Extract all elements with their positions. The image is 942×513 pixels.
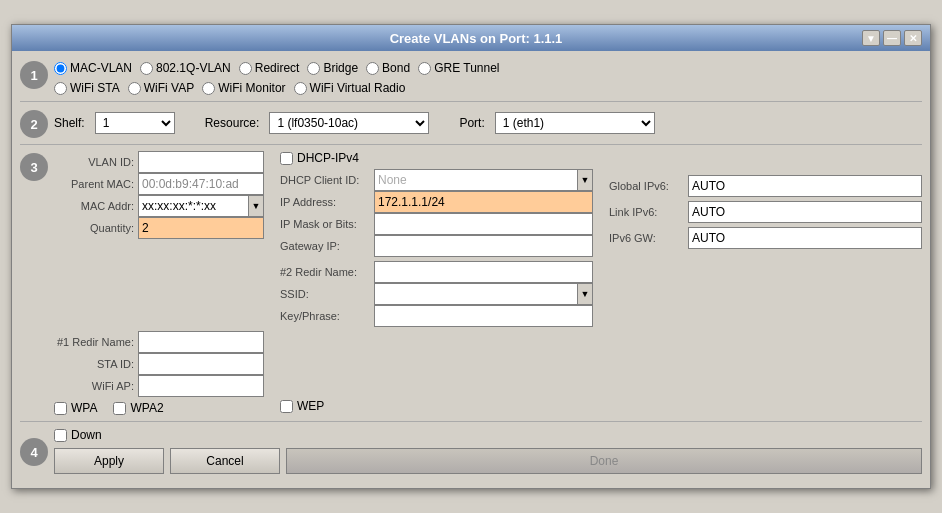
- global-ipv6-row: Global IPv6:: [609, 175, 922, 197]
- ip-mask-input[interactable]: [374, 213, 593, 235]
- vlan-id-label: VLAN ID:: [54, 156, 134, 168]
- resource-label: Resource:: [205, 116, 260, 130]
- ip-address-input[interactable]: [374, 191, 593, 213]
- dhcp-label: DHCP-IPv4: [297, 151, 359, 165]
- ip-mask-row: IP Mask or Bits:: [280, 213, 593, 235]
- parent-mac-label: Parent MAC:: [54, 178, 134, 190]
- wifi-ap-input[interactable]: [138, 375, 264, 397]
- gateway-ip-label: Gateway IP:: [280, 240, 370, 252]
- radio-bond[interactable]: Bond: [366, 61, 410, 75]
- quantity-row: Quantity:: [54, 217, 264, 239]
- window-controls[interactable]: ▼ — ✕: [862, 30, 922, 46]
- window-title: Create VLANs on Port: 1.1.1: [90, 31, 862, 46]
- redir-name1-row: #1 Redir Name:: [54, 331, 264, 353]
- dhcp-client-id-input[interactable]: [374, 169, 577, 191]
- shelf-label: Shelf:: [54, 116, 85, 130]
- dhcp-client-id-dropdown-btn[interactable]: ▼: [577, 169, 593, 191]
- section1-content: MAC-VLAN 802.1Q-VLAN Redirect Bridge: [54, 59, 922, 95]
- vlan-id-input[interactable]: [138, 151, 264, 173]
- radio-wifi-sta[interactable]: WiFi STA: [54, 81, 120, 95]
- main-window: Create VLANs on Port: 1.1.1 ▼ — ✕ 1 MAC-…: [11, 24, 931, 489]
- mac-addr-input[interactable]: [138, 195, 248, 217]
- extra-col1: #1 Redir Name: STA ID: WiFi AP:: [54, 331, 264, 415]
- resource-select[interactable]: 1 (lf0350-10ac): [269, 112, 429, 134]
- radio-8021q[interactable]: 802.1Q-VLAN: [140, 61, 231, 75]
- mac-addr-wrapper: ▼: [138, 195, 264, 217]
- extra-col2: WEP: [280, 331, 593, 415]
- radio-bridge[interactable]: Bridge: [307, 61, 358, 75]
- radio-mac-vlan[interactable]: MAC-VLAN: [54, 61, 132, 75]
- ssid-dropdown-btn[interactable]: ▼: [577, 283, 593, 305]
- ssid-input[interactable]: [374, 283, 577, 305]
- global-ipv6-input[interactable]: [688, 175, 922, 197]
- done-button[interactable]: Done: [286, 448, 922, 474]
- parent-mac-row: Parent MAC:: [54, 173, 264, 195]
- section1: 1 MAC-VLAN 802.1Q-VLAN Redirect: [20, 59, 922, 95]
- close-btn[interactable]: ✕: [904, 30, 922, 46]
- link-ipv6-input[interactable]: [688, 201, 922, 223]
- port-label: Port:: [459, 116, 484, 130]
- section2-number: 2: [20, 110, 48, 138]
- minimize-btn[interactable]: ▼: [862, 30, 880, 46]
- wpa-check[interactable]: WPA: [54, 401, 97, 415]
- wpa-row: WPA WPA2: [54, 401, 264, 415]
- section3-number: 3: [20, 153, 48, 181]
- wifi-ap-row: WiFi AP:: [54, 375, 264, 397]
- apply-button[interactable]: Apply: [54, 448, 164, 474]
- ipv6-gw-label: IPv6 GW:: [609, 232, 684, 244]
- redir-name1-label: #1 Redir Name:: [54, 336, 134, 348]
- shelf-select[interactable]: 1: [95, 112, 175, 134]
- parent-mac-input[interactable]: [138, 173, 264, 195]
- redir-name2-row: #2 Redir Name:: [280, 261, 593, 283]
- gateway-ip-row: Gateway IP:: [280, 235, 593, 257]
- vlan-id-row: VLAN ID:: [54, 151, 264, 173]
- wpa2-check[interactable]: WPA2: [113, 401, 163, 415]
- wifi-ap-label: WiFi AP:: [54, 380, 134, 392]
- button-row: Apply Cancel Done: [54, 448, 922, 474]
- radio-wifi-monitor[interactable]: WiFi Monitor: [202, 81, 285, 95]
- dhcp-checkbox[interactable]: [280, 152, 293, 165]
- ip-address-row: IP Address:: [280, 191, 593, 213]
- radio-wifi-virtual[interactable]: WiFi Virtual Radio: [294, 81, 406, 95]
- col3: Global IPv6: Link IPv6: IPv6 GW:: [609, 151, 922, 327]
- section4-inner: Down: [54, 428, 922, 442]
- col2: DHCP-IPv4 DHCP Client ID: ▼ IP Address:: [280, 151, 593, 327]
- redir-name1-input[interactable]: [138, 331, 264, 353]
- sta-id-label: STA ID:: [54, 358, 134, 370]
- redir-name2-input[interactable]: [374, 261, 593, 283]
- col1: VLAN ID: Parent MAC: MAC Addr: ▼: [54, 151, 264, 327]
- ip-mask-label: IP Mask or Bits:: [280, 218, 370, 230]
- sta-id-input[interactable]: [138, 353, 264, 375]
- mac-addr-dropdown-btn[interactable]: ▼: [248, 195, 264, 217]
- ssid-row: SSID: ▼: [280, 283, 593, 305]
- radio-group2: WiFi STA WiFi VAP WiFi Monitor WiFi Virt…: [54, 79, 922, 95]
- ipv6-gw-input[interactable]: [688, 227, 922, 249]
- gateway-ip-input[interactable]: [374, 235, 593, 257]
- radio-group: MAC-VLAN 802.1Q-VLAN Redirect Bridge: [54, 59, 922, 75]
- ssid-label: SSID:: [280, 288, 370, 300]
- port-select[interactable]: 1 (eth1): [495, 112, 655, 134]
- key-phrase-input[interactable]: [374, 305, 593, 327]
- link-ipv6-label: Link IPv6:: [609, 206, 684, 218]
- section1-number: 1: [20, 61, 48, 89]
- content-area: 1 MAC-VLAN 802.1Q-VLAN Redirect: [12, 51, 930, 488]
- mac-addr-row: MAC Addr: ▼: [54, 195, 264, 217]
- radio-redirect[interactable]: Redirect: [239, 61, 300, 75]
- wep-check[interactable]: WEP: [280, 399, 324, 413]
- cancel-button[interactable]: Cancel: [170, 448, 280, 474]
- section4-number: 4: [20, 438, 48, 466]
- radio-gre[interactable]: GRE Tunnel: [418, 61, 499, 75]
- down-check[interactable]: Down: [54, 428, 102, 442]
- quantity-label: Quantity:: [54, 222, 134, 234]
- section2: 2 Shelf: 1 Resource: 1 (lf0350-10ac) Por…: [20, 108, 922, 138]
- ssid-wrapper: ▼: [374, 283, 593, 305]
- quantity-input[interactable]: [138, 217, 264, 239]
- radio-wifi-vap[interactable]: WiFi VAP: [128, 81, 194, 95]
- ip-address-label: IP Address:: [280, 196, 370, 208]
- global-ipv6-label: Global IPv6:: [609, 180, 684, 192]
- key-phrase-row: Key/Phrase:: [280, 305, 593, 327]
- section3-content: VLAN ID: Parent MAC: MAC Addr: ▼: [54, 151, 922, 415]
- restore-btn[interactable]: —: [883, 30, 901, 46]
- mac-addr-label: MAC Addr:: [54, 200, 134, 212]
- titlebar: Create VLANs on Port: 1.1.1 ▼ — ✕: [12, 25, 930, 51]
